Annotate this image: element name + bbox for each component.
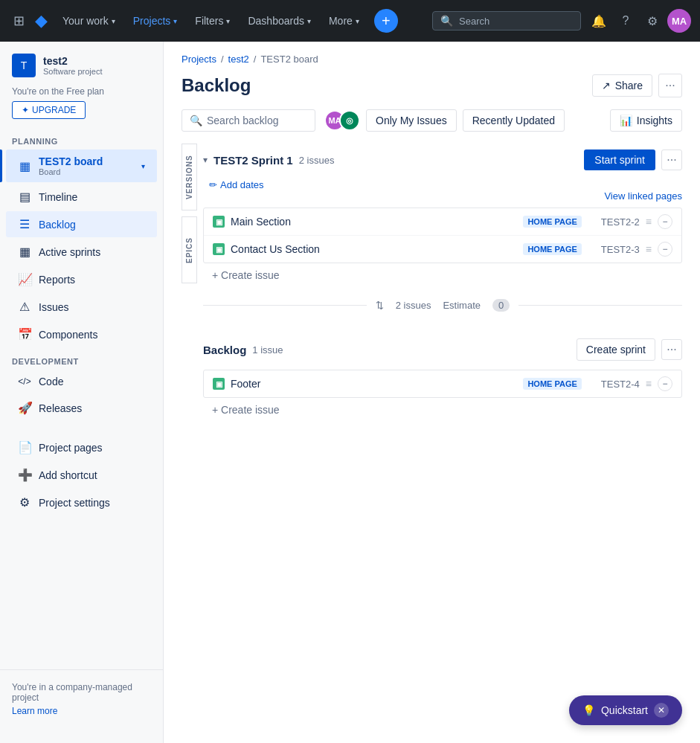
settings-icon[interactable]: ⚙ [640, 9, 664, 33]
sprint-create-issue[interactable]: + Create issue [203, 263, 682, 287]
sidebar-item-add-shortcut[interactable]: ➕ Add shortcut [6, 462, 157, 488]
apps-grid-icon[interactable]: ⊞ [9, 8, 29, 33]
sidebar-item-code[interactable]: </> Code [6, 370, 157, 393]
chevron-down-icon: ▾ [307, 17, 311, 25]
quickstart-button[interactable]: 💡 Quickstart ✕ [569, 695, 682, 725]
issue-tag: HOME PAGE [523, 243, 581, 255]
quickstart-close-icon[interactable]: ✕ [654, 703, 669, 718]
chevron-down-icon: ▾ [226, 17, 230, 25]
create-button[interactable]: + [374, 9, 398, 33]
backlog-section-header: Backlog 1 issue Create sprint ··· [203, 332, 682, 367]
create-sprint-button[interactable]: Create sprint [577, 338, 655, 361]
upgrade-button[interactable]: ✦ UPGRADE [12, 101, 86, 119]
reports-icon: 📈 [18, 272, 31, 286]
sidebar-item-board[interactable]: ▦ TEST2 board Board ▾ [6, 149, 157, 182]
sprint-issue-list: ▣ Main Section HOME PAGE TEST2-2 ≡ − ▣ C… [203, 208, 682, 263]
sidebar-item-project-pages[interactable]: 📄 Project pages [6, 434, 157, 460]
nav-projects[interactable]: Projects ▾ [127, 10, 184, 31]
upgrade-banner: You're on the Free plan ✦ UPGRADE [12, 86, 151, 119]
issue-minus-button[interactable]: − [658, 214, 672, 229]
project-header: T test2 Software project [0, 42, 163, 83]
view-linked-pages-link[interactable]: View linked pages [203, 190, 682, 202]
sidebar-item-timeline[interactable]: ▤ Timeline [6, 184, 157, 210]
sidebar-item-releases[interactable]: 🚀 Releases [6, 395, 157, 421]
footer-text: You're in a company-managed project [12, 682, 151, 703]
drag-handle-icon[interactable]: ≡ [646, 378, 652, 390]
start-sprint-button[interactable]: Start sprint [584, 149, 655, 170]
backlog-more-button[interactable]: ··· [661, 339, 682, 360]
development-section-label: DEVELOPMENT [0, 348, 163, 369]
backlog-label: Backlog [203, 344, 246, 356]
search-placeholder: Search [459, 16, 489, 27]
sidebar-item-backlog[interactable]: ☰ Backlog [6, 211, 157, 237]
sidebar-footer: You're in a company-managed project Lear… [0, 669, 163, 728]
share-button[interactable]: ↗ Share [592, 74, 652, 97]
recently-updated-button[interactable]: Recently Updated [463, 109, 565, 132]
issues-icon: ⚠ [18, 300, 31, 314]
drag-handle-icon[interactable]: ≡ [646, 216, 652, 228]
user-avatar[interactable]: MA [667, 9, 691, 33]
backlog-icon: ☰ [18, 217, 31, 231]
notifications-icon[interactable]: 🔔 [587, 9, 611, 33]
code-icon: </> [18, 376, 31, 387]
nav-more[interactable]: More ▾ [323, 10, 365, 31]
insights-button[interactable]: 📊 Insights [610, 109, 682, 132]
only-my-issues-button[interactable]: Only My Issues [366, 109, 457, 132]
star-icon: ✦ [22, 105, 29, 115]
sprint-name: TEST2 Sprint 1 [213, 154, 293, 167]
issue-type-icon: ▣ [213, 243, 225, 255]
sidebar-item-active-sprints[interactable]: ▦ Active sprints [6, 239, 157, 265]
drag-handle-icon[interactable]: ≡ [646, 243, 652, 255]
backlog-create-issue[interactable]: + Create issue [203, 398, 682, 422]
search-placeholder-text: Search backlog [207, 115, 279, 126]
breadcrumb-projects[interactable]: Projects [182, 54, 216, 65]
global-search[interactable]: 🔍 Search [432, 11, 581, 30]
backlog-header-left: Backlog 1 issue [203, 344, 283, 356]
issue-tag: HOME PAGE [523, 378, 581, 390]
help-icon[interactable]: ? [614, 9, 638, 33]
nav-dashboards[interactable]: Dashboards ▾ [242, 10, 317, 31]
epics-label[interactable]: EPICS [182, 216, 197, 283]
nav-filters[interactable]: Filters ▾ [189, 10, 236, 31]
sidebar-item-project-settings[interactable]: ⚙ Project settings [6, 489, 157, 515]
planning-section-label: PLANNING [0, 128, 163, 149]
nav-your-work[interactable]: Your work ▾ [57, 10, 121, 31]
avatar-group: MA ◎ [324, 110, 360, 131]
jira-logo-icon[interactable]: ◆ [35, 11, 48, 30]
page-header: Backlog ↗ Share ··· [164, 71, 700, 109]
backlog-toolbar: 🔍 Search backlog MA ◎ Only My Issues Rec… [164, 109, 700, 144]
table-row[interactable]: ▣ Contact Us Section HOME PAGE TEST2-3 ≡… [204, 236, 681, 263]
chevron-down-icon: ▾ [356, 17, 359, 25]
quickstart-icon: 💡 [582, 704, 595, 716]
top-navigation: ⊞ ◆ Your work ▾ Projects ▾ Filters ▾ Das… [0, 0, 700, 42]
learn-more-link[interactable]: Learn more [12, 706, 151, 716]
breadcrumb-test2[interactable]: test2 [228, 54, 249, 65]
avatar-secondary[interactable]: ◎ [339, 110, 360, 131]
backlog-section: Backlog 1 issue Create sprint ··· ▣ Foot… [203, 332, 682, 422]
page-actions: ↗ Share ··· [592, 74, 682, 97]
estimate-value: 0 [492, 299, 510, 312]
sprint-more-button[interactable]: ··· [661, 149, 682, 170]
issue-minus-button[interactable]: − [658, 242, 672, 257]
more-actions-button[interactable]: ··· [658, 74, 682, 97]
settings-gear-icon: ⚙ [18, 495, 31, 509]
versions-label[interactable]: VERSIONS [182, 144, 197, 210]
search-icon: 🔍 [440, 15, 453, 27]
chevron-down-icon: ▾ [141, 162, 145, 170]
issue-minus-button[interactable]: − [658, 376, 672, 391]
sidebar-item-reports[interactable]: 📈 Reports [6, 266, 157, 292]
issue-type-icon: ▣ [213, 216, 225, 228]
upgrade-text: You're on the Free plan [12, 86, 151, 97]
sidebar: T test2 Software project You're on the F… [0, 42, 164, 743]
search-backlog-input[interactable]: 🔍 Search backlog [182, 109, 315, 132]
sidebar-item-components[interactable]: 📅 Components [6, 321, 157, 347]
board-icon: ▦ [18, 159, 31, 173]
quickstart-label: Quickstart [601, 704, 648, 716]
sidebar-item-issues[interactable]: ⚠ Issues [6, 294, 157, 320]
table-row[interactable]: ▣ Main Section HOME PAGE TEST2-2 ≡ − [204, 208, 681, 236]
sprint-collapse-chevron[interactable]: ▾ [203, 155, 208, 165]
add-dates-link[interactable]: ✏ Add dates [209, 179, 682, 190]
table-row[interactable]: ▣ Footer HOME PAGE TEST2-4 ≡ − [204, 370, 681, 397]
project-icon: T [12, 54, 36, 77]
project-type: Software project [43, 67, 102, 76]
